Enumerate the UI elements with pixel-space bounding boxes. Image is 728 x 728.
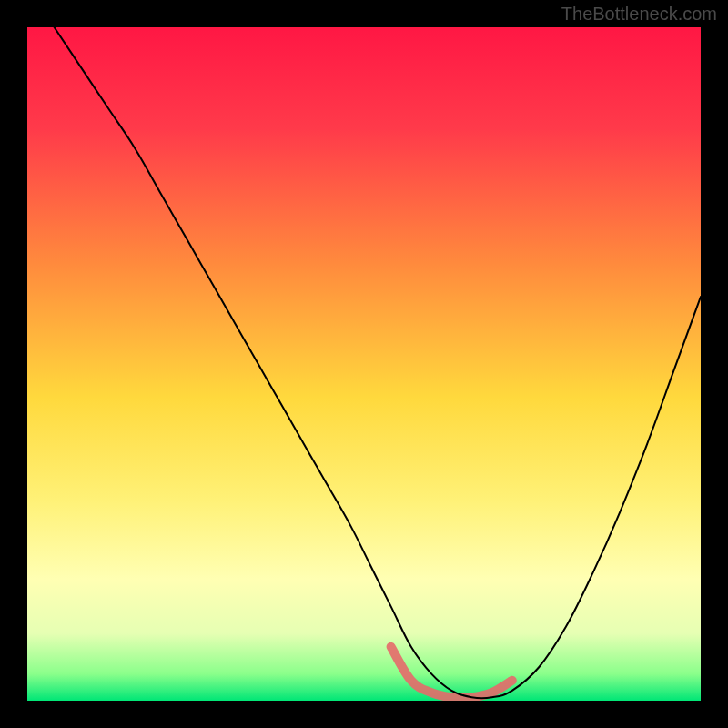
- chart-curves: [27, 27, 701, 701]
- bottleneck-curve: [55, 27, 701, 698]
- plot-area: [27, 27, 701, 701]
- watermark-text: TheBottleneck.com: [561, 4, 717, 25]
